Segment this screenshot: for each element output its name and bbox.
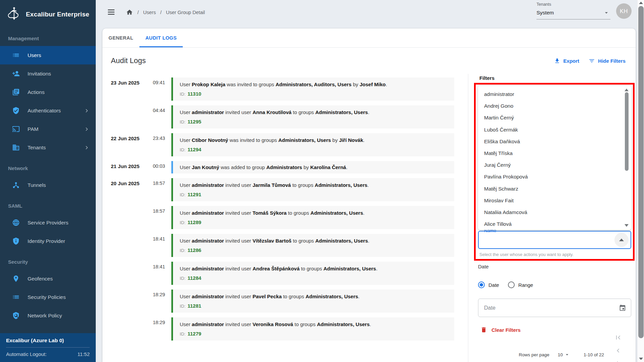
content-header: Audit Logs Export Hide Filters [102, 48, 636, 74]
radio-date[interactable] [478, 281, 485, 288]
log-entry: User Ctibor Novotný was invited to group… [171, 133, 454, 156]
nav-section-label: Network [0, 157, 96, 176]
person-add-icon [12, 70, 20, 77]
pin-plus-icon [12, 275, 20, 282]
brand-title: Excalibur Enterprise [26, 11, 89, 18]
log-entry: User administrator invited user Vítězsla… [171, 234, 454, 257]
scroll-down-icon[interactable] [639, 358, 643, 360]
tenant-select[interactable]: System [536, 7, 610, 19]
user-option[interactable]: Alice Tillová [478, 218, 631, 230]
log-id: ID:11279 [180, 331, 447, 337]
sidebar-item-service-providers[interactable]: Service Providers [0, 213, 96, 232]
log-date [111, 206, 153, 229]
topbar: / Users / User Group Detail Tenants Syst… [96, 0, 644, 29]
shield-check-icon [12, 107, 20, 114]
hide-filters-button[interactable]: Hide Filters [589, 58, 626, 64]
rows-per-page-select[interactable]: 10 [558, 352, 570, 358]
user-option[interactable]: Nataliia Adamcová [478, 206, 631, 218]
tab-audit-logs[interactable]: AUDIT LOGS [139, 29, 183, 47]
tenant-selected-value: System [536, 10, 554, 16]
sidebar-item-geofences[interactable]: Geofences [0, 269, 96, 288]
page-scrollbar-thumb[interactable] [638, 6, 644, 338]
breadcrumb-separator: / [160, 10, 162, 15]
audit-log-row: 18:57User administrator invited user Tom… [111, 206, 454, 229]
sidebar-item-security-policies[interactable]: Security Policies [0, 288, 96, 306]
user-option[interactable]: Eliška Daňková [478, 136, 631, 147]
audit-log-row: 18:41User administrator invited user Vít… [111, 234, 454, 257]
radio-range[interactable] [508, 281, 515, 288]
log-id: ID:11291 [180, 192, 447, 197]
user-option[interactable]: Matěj Schwarz [478, 183, 631, 195]
collapse-dropdown-button[interactable] [614, 233, 629, 247]
scroll-up-icon[interactable] [639, 2, 643, 4]
cloud-sword-logo [6, 7, 22, 22]
user-option[interactable]: Andrej Gono [478, 100, 631, 112]
breadcrumb-users-link[interactable]: Users [143, 10, 156, 15]
sidebar-item-authenticators[interactable]: Authenticators [0, 101, 96, 120]
chevron-right-button[interactable] [614, 360, 622, 362]
log-id: ID:11289 [180, 219, 447, 225]
log-time: 18:41 [153, 262, 171, 285]
sidebar-item-invitations[interactable]: Invitations [0, 64, 96, 83]
user-avatar[interactable]: KH [616, 3, 632, 19]
log-time: 18:29 [153, 317, 171, 341]
sidebar-item-tenants[interactable]: Tenants [0, 138, 96, 157]
log-entry: User administrator invited user Anna Kro… [171, 105, 454, 128]
sidebar-item-users[interactable]: Users [0, 46, 96, 64]
scroll-up-icon[interactable] [625, 89, 629, 91]
log-time: 00:03 [153, 161, 171, 173]
user-option[interactable]: Pavlína Prokopová [478, 171, 631, 183]
rows-per-page-label: Rows per page [519, 352, 549, 357]
clear-filters-button[interactable]: Clear Filters [480, 326, 521, 333]
library-icon [12, 88, 20, 96]
dropdown-scrollbar-thumb[interactable] [625, 92, 629, 171]
breadcrumb: / Users / User Group Detail [126, 9, 205, 16]
log-date [111, 234, 153, 257]
home-breadcrumb-link[interactable] [126, 9, 133, 16]
shield-search-icon [12, 312, 20, 319]
calendar-icon[interactable] [619, 304, 626, 312]
user-option[interactable]: Juraj Černý [478, 159, 631, 171]
download-icon [554, 58, 560, 64]
log-id: ID:11295 [180, 119, 447, 124]
log-message: User administrator invited user Pavel Pe… [180, 293, 447, 300]
page-scrollbar[interactable] [637, 0, 644, 362]
sidebar-item-pam[interactable]: PAM [0, 120, 96, 138]
sidebar-item-network-policy[interactable]: Network Policy [0, 306, 96, 325]
hamburger-icon [107, 8, 116, 16]
log-date [111, 105, 153, 128]
menu-toggle-button[interactable] [107, 8, 116, 16]
user-option[interactable]: Luboš Čermák [478, 124, 631, 136]
sidebar-item-identity-provider[interactable]: Identity Provider [0, 232, 96, 250]
filter-icon [589, 58, 595, 64]
globe-icon [12, 219, 20, 226]
audit-log-row: 23 Jun 202509:41User Prokop Kaleja was i… [111, 77, 454, 101]
sidebar-item-tunnels[interactable]: Tunnels [0, 176, 96, 194]
building-icon [12, 144, 20, 151]
sidebar-item-actions[interactable]: Actions [0, 83, 96, 101]
user-option[interactable]: Martin Černý [478, 112, 631, 123]
log-time: 18:57 [153, 178, 171, 201]
log-date: 22 Jun 2025 [111, 133, 153, 156]
user-option[interactable]: Miroslav Fait [478, 195, 631, 206]
log-entry: User administrator invited user Jarmila … [171, 178, 454, 201]
export-button[interactable]: Export [554, 58, 579, 64]
list-icon [12, 293, 20, 301]
name-autocomplete-field[interactable]: Name [478, 231, 631, 249]
log-date [111, 290, 153, 313]
name-input[interactable] [483, 234, 601, 246]
tab-general[interactable]: GENERAL [102, 29, 139, 47]
date-input[interactable] [484, 304, 612, 312]
main-area: / Users / User Group Detail Tenants Syst… [96, 0, 644, 362]
scroll-down-icon[interactable] [625, 224, 629, 227]
first-page-icon [614, 333, 622, 342]
date-picker-field[interactable] [478, 299, 631, 317]
log-message: User administrator invited user Tomáš Sý… [180, 210, 447, 216]
log-date [111, 317, 153, 341]
user-option[interactable]: Matěj Tříska [478, 147, 631, 159]
sidebar-nav: ManagementUsersInvitationsActionsAuthent… [0, 27, 96, 333]
user-option[interactable]: administrator [478, 88, 631, 100]
audit-log-row: 04:44User administrator invited user Ann… [111, 105, 454, 128]
log-id: ID:11294 [180, 147, 447, 152]
log-time: 18:29 [153, 290, 171, 313]
